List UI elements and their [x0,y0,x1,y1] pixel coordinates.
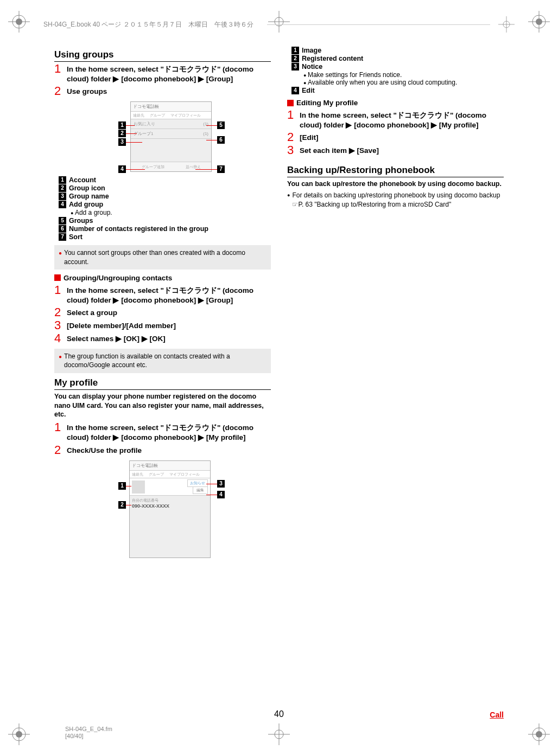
note-box: The group function is available on conta… [54,349,271,373]
legend-item: 3Group name [59,193,271,200]
print-header: SH-04G_E.book 40 ページ ２０１５年５月７日 木曜日 午後３時６… [43,16,515,33]
callout-1: 1 [118,121,126,129]
legend-item: 1Image [291,47,504,54]
note-text: The group function is available on conta… [64,352,267,369]
body-bullet: For details on backing up/restoring phon… [287,191,504,208]
subheading-grouping: Grouping/Ungrouping contacts [54,274,271,282]
legend-item: 3Notice [291,63,504,71]
legend-label: Add group [69,201,103,208]
legend-number: 3 [291,63,299,71]
callout-3: 3 [217,480,225,488]
legend-item: 1Account [59,176,271,184]
screenshot-groups: ドコモ電話帳 連絡先 グループ マイプロフィール お気に入り(1) グループ1(… [54,101,271,172]
callout-5: 5 [217,121,225,129]
right-column: 1Image2Registered content3NoticeMake set… [287,46,504,696]
callout-4: 4 [217,491,225,498]
step-text: In the home screen, select "ドコモクラウド" (do… [67,421,271,443]
ss-tab: 連絡先 [132,472,143,477]
step-number: 3 [54,319,62,331]
callout-4: 4 [118,165,126,173]
callout-7: 7 [217,165,225,173]
callout-3: 3 [118,138,126,146]
legend-number: 4 [59,201,66,208]
legend-number: 7 [59,233,66,241]
step-number: 1 [54,421,62,433]
left-column: Using groups 1In the home screen, select… [54,46,271,696]
crop-mark-icon [528,723,550,745]
callout-1: 1 [118,482,126,490]
step-text: Check/Use the profile [67,444,271,456]
section-using-groups: Using groups [54,49,271,62]
ss-tab: 連絡先 [133,113,144,118]
crop-mark-icon [268,723,290,745]
step-number: 2 [54,306,62,318]
step-text: Set each item ▶ [Save] [300,144,504,156]
step-number: 2 [54,444,62,456]
footer-metadata: SH-04G_E_04.fm [40/40] [65,726,112,740]
legend-item: 2Group icon [59,184,271,192]
legend-label: Notice [302,63,322,71]
screenshot-my-profile: ドコモ電話帳 連絡先 グループ マイプロフィール お知らせ 編集 自分の電話番号… [54,460,271,558]
section-description: You can back up/restore the phonebook by… [287,180,504,189]
section-link-call[interactable]: Call [490,710,504,719]
ss-app-title: ドコモ電話帳 [130,461,210,471]
ss-tab: グループ [149,472,164,477]
ss-group-count: (1) [203,131,208,136]
legend-list: 1Image2Registered content3NoticeMake set… [287,47,504,94]
step-number: 4 [54,332,62,344]
legend-number: 5 [59,217,66,225]
crop-mark-icon [8,11,30,33]
legend-label: Image [302,47,321,54]
legend-number: 6 [59,225,66,233]
subheading-editing-profile: Editing My profile [287,99,504,107]
step-text: [Delete member]/[Add member] [67,319,271,331]
legend-label: Number of contacts registered in the gro… [69,225,208,233]
legend-number: 3 [59,193,66,200]
legend-item: 2Registered content [291,55,504,62]
step-number: 2 [287,131,295,143]
section-my-profile: My profile [54,377,271,390]
crop-mark-icon [8,723,30,745]
step-text: In the home screen, select "ドコモクラウド" (do… [300,109,504,130]
crop-mark-icon [498,16,515,33]
section-description: You can display your phone number regist… [54,392,271,420]
legend-number: 4 [291,87,299,94]
callout-2: 2 [118,501,126,509]
step-text: In the home screen, select "ドコモクラウド" (do… [67,63,271,84]
legend-item: 4Add group [59,201,271,208]
legend-sub: Add a group. [71,209,271,216]
step-text: Use groups [67,85,271,97]
note-box: You cannot sort groups other than ones c… [54,245,271,269]
legend-label: Registered content [302,55,363,62]
page-number: 40 [274,709,284,719]
ss-tab: マイプロフィール [170,113,201,118]
legend-number: 2 [291,55,299,62]
edit-button: 編集 [193,486,208,494]
phone-value: 090-XXXX-XXXX [132,503,208,509]
step-text: Select names ▶ [OK] ▶ [OK] [67,332,271,344]
legend-label: Group name [69,193,109,200]
book-info: SH-04G_E.book 40 ページ ２０１５年５月７日 木曜日 午後３時６… [43,20,253,29]
step-number: 1 [54,284,62,296]
phone-label: 自分の電話番号 [132,498,208,503]
ss-tab: グループ [150,113,165,118]
legend-item: 6Number of contacts registered in the gr… [59,225,271,233]
ss-add-group: グループ追加 [142,164,164,170]
note-text: You cannot sort groups other than ones c… [64,248,267,266]
step-text: In the home screen, select "ドコモクラウド" (do… [67,284,271,305]
ss-tab: マイプロフィール [169,472,200,477]
step-text: Select a group [67,306,271,318]
legend-item: 4Edit [291,87,504,94]
profile-image-placeholder [132,480,145,494]
step-number: 3 [287,144,295,156]
legend-item: 7Sort [59,233,271,241]
callout-6: 6 [217,136,225,144]
legend-number: 1 [59,176,66,184]
legend-label: Groups [69,217,93,225]
legend-list: 1Account2Group icon3Group name4Add group… [54,176,271,241]
legend-sub: Make settings for Friends notice. [303,71,504,79]
ss-group-label: お気に入り [134,121,155,127]
ss-sort: 並べ替え [186,164,201,170]
section-backup: Backing up/Restoring phonebook [287,165,504,177]
legend-number: 2 [59,184,66,192]
